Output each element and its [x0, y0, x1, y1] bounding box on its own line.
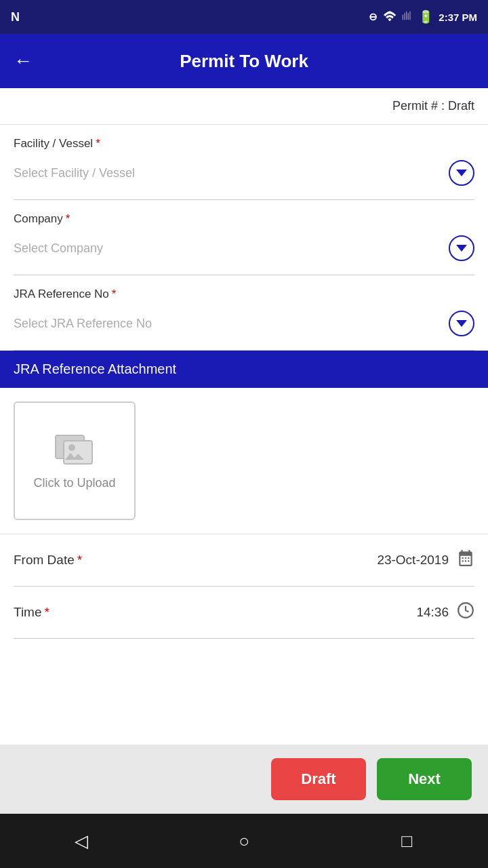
permit-number-row: Permit # : Draft — [0, 88, 488, 125]
signal-icon — [402, 11, 413, 24]
draft-button[interactable]: Draft — [271, 758, 366, 800]
jra-reference-select[interactable]: Select JRA Reference No — [14, 307, 474, 343]
main-content: Permit # : Draft Facility / Vessel* Sele… — [0, 88, 488, 745]
jra-reference-placeholder: Select JRA Reference No — [14, 317, 152, 331]
status-bar-left: N — [11, 10, 20, 24]
back-button[interactable]: ← — [14, 50, 33, 72]
battery-icon: 🔋 — [418, 9, 433, 24]
svg-rect-1 — [64, 441, 92, 464]
jra-reference-label: JRA Reference No* — [14, 288, 474, 301]
page-title: Permit To Work — [46, 51, 442, 72]
upload-button[interactable]: Click to Upload — [14, 401, 136, 520]
status-bar-right: ⊖ 🔋 2:37 PM — [369, 9, 477, 24]
facility-select[interactable]: Select Facility / Vessel — [14, 156, 474, 193]
company-dropdown-button[interactable] — [449, 235, 474, 261]
permit-number-label: Permit # : Draft — [392, 99, 474, 113]
time-row: Time* 14:36 — [14, 587, 474, 639]
nav-recent-button[interactable]: □ — [386, 821, 427, 861]
company-select[interactable]: Select Company — [14, 231, 474, 268]
form-section: Facility / Vessel* Select Facility / Ves… — [0, 125, 488, 351]
facility-label: Facility / Vessel* — [14, 137, 474, 151]
dnd-icon: ⊖ — [369, 11, 378, 23]
facility-dropdown-button[interactable] — [449, 160, 474, 186]
android-nav-bar: ◁ ○ □ — [0, 814, 488, 868]
company-placeholder: Select Company — [14, 241, 103, 256]
facility-field-group: Facility / Vessel* Select Facility / Ves… — [14, 125, 474, 200]
from-date-label: From Date* — [14, 553, 82, 568]
calendar-icon[interactable] — [457, 549, 474, 571]
date-time-section: From Date* 23-Oct-2019 Time* 14:36 — [0, 534, 488, 639]
company-field-group: Company* Select Company — [14, 200, 474, 275]
upload-image-icon — [54, 430, 95, 468]
nav-back-button[interactable]: ◁ — [61, 821, 102, 861]
clock: 2:37 PM — [439, 12, 477, 23]
from-date-value[interactable]: 23-Oct-2019 — [377, 549, 474, 571]
facility-placeholder: Select Facility / Vessel — [14, 166, 135, 180]
jra-attachment-section-header: JRA Reference Attachment — [0, 351, 488, 388]
jra-reference-field-group: JRA Reference No* Select JRA Reference N… — [14, 275, 474, 351]
jra-reference-dropdown-button[interactable] — [449, 311, 474, 336]
upload-label: Click to Upload — [33, 475, 115, 492]
upload-area: Click to Upload — [0, 388, 488, 534]
from-date-row: From Date* 23-Oct-2019 — [14, 534, 474, 587]
clock-icon[interactable] — [457, 601, 474, 623]
wifi-icon — [383, 11, 396, 24]
action-bar: Draft Next — [0, 745, 488, 814]
status-bar: N ⊖ 🔋 2:37 PM — [0, 0, 488, 34]
time-value[interactable]: 14:36 — [416, 601, 474, 623]
company-label: Company* — [14, 212, 474, 226]
next-button[interactable]: Next — [377, 758, 472, 800]
time-label: Time* — [14, 605, 49, 620]
app-header: ← Permit To Work — [0, 34, 488, 88]
app-icon: N — [11, 10, 20, 24]
nav-home-button[interactable]: ○ — [224, 821, 264, 861]
svg-point-2 — [68, 444, 75, 451]
